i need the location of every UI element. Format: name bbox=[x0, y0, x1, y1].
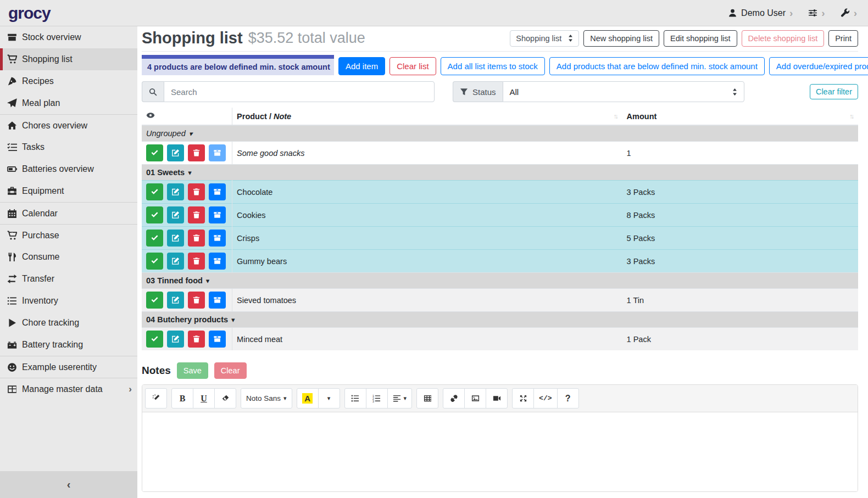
delete-item-button[interactable] bbox=[188, 292, 205, 309]
underline-button[interactable]: U bbox=[193, 388, 215, 409]
sidebar-item-consume[interactable]: Consume bbox=[0, 246, 137, 268]
add-all-to-stock-button[interactable]: Add all list items to stock bbox=[441, 57, 545, 75]
help-glyph: ? bbox=[565, 394, 571, 404]
add-to-stock-button[interactable] bbox=[209, 144, 226, 161]
visibility-column-header[interactable] bbox=[142, 108, 232, 125]
clear-filter-button[interactable]: Clear filter bbox=[810, 84, 858, 99]
ordered-list-button[interactable]: 123 bbox=[366, 388, 388, 409]
help-button[interactable]: ? bbox=[557, 388, 579, 409]
mark-done-button[interactable] bbox=[146, 206, 163, 223]
delete-item-button[interactable] bbox=[188, 183, 205, 200]
notes-title: Notes bbox=[142, 365, 171, 377]
insert-link-button[interactable] bbox=[443, 388, 465, 409]
mark-done-button[interactable] bbox=[146, 230, 163, 247]
sidebar-item-recipes[interactable]: Recipes bbox=[0, 70, 137, 92]
sidebar-item-transfer[interactable]: Transfer bbox=[0, 268, 137, 290]
notes-clear-button[interactable]: Clear bbox=[214, 362, 247, 379]
add-to-stock-button[interactable] bbox=[209, 292, 226, 309]
sort-icon[interactable]: ↑↓ bbox=[849, 113, 854, 120]
sidebar-collapse-button[interactable]: ‹ bbox=[0, 471, 137, 498]
settings-menu[interactable]: › bbox=[808, 8, 825, 18]
sidebar-item-shopping-list[interactable]: Shopping list bbox=[0, 48, 137, 70]
edit-item-button[interactable] bbox=[167, 230, 184, 247]
mark-done-button[interactable] bbox=[146, 144, 163, 161]
min-stock-alert[interactable]: 4 products are below defined min. stock … bbox=[142, 55, 334, 75]
add-to-stock-button[interactable] bbox=[209, 183, 226, 200]
status-filter-select[interactable]: All bbox=[503, 81, 744, 102]
sidebar-item-chore-tracking[interactable]: Chore tracking bbox=[0, 312, 137, 334]
delete-item-button[interactable] bbox=[188, 230, 205, 247]
search-input[interactable] bbox=[164, 81, 435, 102]
notes-editor-content[interactable] bbox=[142, 412, 858, 492]
delete-shopping-list-button[interactable]: Delete shopping list bbox=[742, 30, 825, 47]
mark-done-button[interactable] bbox=[146, 292, 163, 309]
add-below-min-stock-button[interactable]: Add products that are below defined min.… bbox=[549, 57, 765, 75]
new-shopping-list-button[interactable]: New shopping list bbox=[583, 30, 659, 47]
group-header-ungrouped[interactable]: Ungrouped▾ bbox=[142, 125, 858, 142]
sidebar-item-label: Example userentity bbox=[22, 362, 97, 372]
sidebar-item-batteries-overview[interactable]: Batteries overview bbox=[0, 158, 137, 180]
group-header-butchery-products[interactable]: 04 Butchery products▾ bbox=[142, 312, 858, 328]
sidebar-item-battery-tracking[interactable]: Battery tracking bbox=[0, 334, 137, 356]
print-button[interactable]: Print bbox=[828, 30, 858, 47]
font-color-dropdown-button[interactable]: ▾ bbox=[318, 388, 340, 409]
sidebar-item-equipment[interactable]: Equipment bbox=[0, 180, 137, 202]
sidebar-item-meal-plan[interactable]: Meal plan bbox=[0, 92, 137, 114]
notes-save-button[interactable]: Save bbox=[177, 362, 208, 379]
svg-text:3: 3 bbox=[372, 400, 374, 402]
insert-image-button[interactable] bbox=[464, 388, 486, 409]
delete-item-button[interactable] bbox=[188, 253, 205, 270]
paragraph-align-button[interactable]: ▾ bbox=[387, 388, 413, 409]
sidebar-item-manage-master-data[interactable]: Manage master data › bbox=[0, 378, 137, 400]
mark-done-button[interactable] bbox=[146, 253, 163, 270]
add-to-stock-button[interactable] bbox=[209, 331, 226, 348]
delete-item-button[interactable] bbox=[188, 331, 205, 348]
delete-item-button[interactable] bbox=[188, 144, 205, 161]
add-to-stock-button[interactable] bbox=[209, 206, 226, 223]
edit-item-button[interactable] bbox=[167, 183, 184, 200]
font-family-button[interactable]: Noto Sans▾ bbox=[241, 388, 292, 409]
admin-menu[interactable]: › bbox=[841, 8, 857, 18]
insert-video-button[interactable] bbox=[486, 388, 508, 409]
amount-column-header[interactable]: Amount ↑↓ bbox=[622, 108, 858, 125]
unordered-list-button[interactable] bbox=[344, 388, 366, 409]
sidebar-item-example-userentity[interactable]: Example userentity bbox=[0, 356, 137, 378]
edit-item-button[interactable] bbox=[167, 292, 184, 309]
add-overdue-button[interactable]: Add overdue/expired products bbox=[769, 57, 868, 75]
sort-icon[interactable]: ↑↓ bbox=[614, 113, 618, 120]
clear-format-button[interactable] bbox=[214, 388, 236, 409]
edit-item-button[interactable] bbox=[167, 206, 184, 223]
user-menu[interactable]: Demo User › bbox=[728, 8, 793, 18]
sidebar-item-calendar[interactable]: Calendar bbox=[0, 202, 137, 224]
add-to-stock-button[interactable] bbox=[209, 253, 226, 270]
clear-list-button[interactable]: Clear list bbox=[390, 57, 436, 75]
editor-toolbar: B U Noto Sans▾ A ▾ 123 ▾ bbox=[142, 385, 858, 412]
code-view-button[interactable]: </> bbox=[533, 388, 557, 409]
sidebar-item-tasks[interactable]: Tasks bbox=[0, 136, 137, 158]
edit-shopping-list-button[interactable]: Edit shopping list bbox=[664, 30, 737, 47]
font-color-button[interactable]: A bbox=[297, 388, 319, 409]
add-to-stock-button[interactable] bbox=[209, 230, 226, 247]
filter-row: Status All Clear filter bbox=[142, 81, 858, 102]
edit-item-button[interactable] bbox=[167, 331, 184, 348]
shopping-list-select[interactable]: Shopping list bbox=[510, 30, 579, 47]
insert-table-button[interactable] bbox=[416, 388, 438, 409]
trash-icon bbox=[192, 211, 201, 219]
group-header-sweets[interactable]: 01 Sweets▾ bbox=[142, 165, 858, 181]
sidebar-item-stock-overview[interactable]: Stock overview bbox=[0, 26, 137, 48]
edit-icon bbox=[171, 234, 180, 242]
sidebar-item-chores-overview[interactable]: Chores overview bbox=[0, 114, 137, 136]
mark-done-button[interactable] bbox=[146, 331, 163, 348]
mark-done-button[interactable] bbox=[146, 183, 163, 200]
fullscreen-button[interactable] bbox=[512, 388, 534, 409]
group-header-tinned-food[interactable]: 03 Tinned food▾ bbox=[142, 273, 858, 289]
add-item-button[interactable]: Add item bbox=[338, 57, 385, 75]
bold-button[interactable]: B bbox=[171, 388, 193, 409]
sidebar-item-purchase[interactable]: Purchase bbox=[0, 224, 137, 246]
delete-item-button[interactable] bbox=[188, 206, 205, 223]
magic-style-button[interactable] bbox=[145, 388, 167, 409]
edit-item-button[interactable] bbox=[167, 253, 184, 270]
product-column-header[interactable]: Product /Note ↑↓ bbox=[232, 108, 622, 125]
edit-item-button[interactable] bbox=[167, 144, 184, 161]
sidebar-item-inventory[interactable]: Inventory bbox=[0, 290, 137, 312]
